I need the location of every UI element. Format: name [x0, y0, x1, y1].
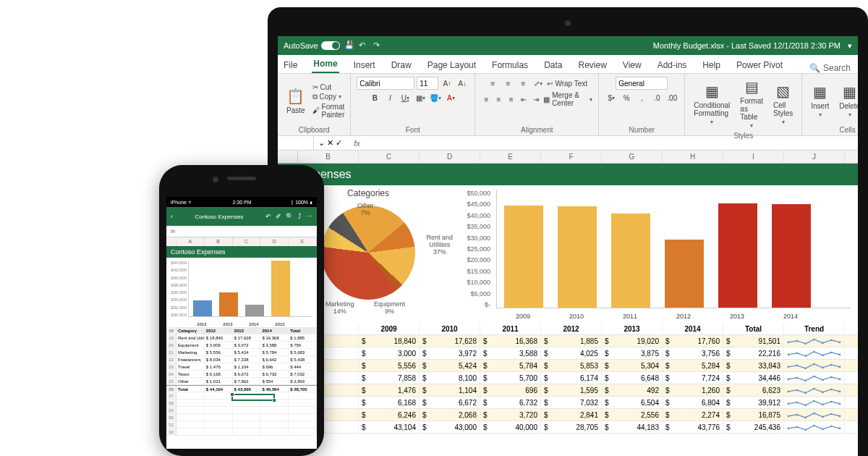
insert-button[interactable]: ▦Insert: [808, 82, 832, 119]
table-row[interactable]: $7,858$8,100$5,700$6,174$6,648$7,724$34,…: [278, 372, 858, 384]
phone-formula-bar[interactable]: fx: [166, 226, 317, 237]
align-center-icon[interactable]: ≡: [493, 93, 503, 106]
align-left-icon[interactable]: ≡: [481, 93, 491, 106]
svg-point-46: [822, 416, 824, 418]
format-painter-button[interactable]: 🖌Format Painter: [312, 103, 345, 119]
cut-button[interactable]: ✂Cut: [312, 83, 345, 91]
tab-page-layout[interactable]: Page Layout: [426, 57, 477, 73]
table-row[interactable]: $1,476$1,104$696$1,595$492$1,260$6,623: [278, 384, 858, 397]
svg-point-53: [822, 428, 824, 431]
fx-control[interactable]: ⌄ ✕ ✓: [314, 138, 346, 148]
table-row[interactable]: 24Taxes$ 6,168$ 6,672$ 6,732$ 7,032: [166, 371, 317, 378]
table-row[interactable]: $3,000$3,972$3,588$4,025$3,875$3,756$22,…: [278, 347, 858, 360]
dec-decimal-button[interactable]: .00: [665, 91, 678, 104]
table-row[interactable]: 26Total$ 44,104$ 43,000$ 40,364$ 28,705: [166, 385, 317, 392]
tab-help[interactable]: Help: [701, 57, 722, 73]
align-bottom-icon[interactable]: ≡: [516, 77, 529, 90]
table-row[interactable]: Utilities$18,840$17,628$16,368$1,885$19,…: [278, 335, 858, 347]
decrease-font-icon[interactable]: A↓: [456, 77, 469, 90]
tab-review[interactable]: Review: [576, 57, 608, 73]
table-row[interactable]: 20Equipment$ 3,009$ 3,972$ 3,588$ 750: [166, 342, 317, 349]
phone-data-table[interactable]: 18Category201220132014Total19Rent and Ut…: [166, 327, 317, 436]
phone-bar-chart[interactable]: $44,000$42,000$40,000$38,000$36,000$34,0…: [166, 258, 317, 327]
table-row[interactable]: $6,246$2,068$3,720$2,841$2,556$2,274$16,…: [278, 409, 858, 421]
currency-button[interactable]: $: [605, 91, 618, 104]
paste-button[interactable]: 📋Paste: [284, 86, 308, 116]
fill-color-button[interactable]: 🪣: [429, 91, 442, 104]
copy-button[interactable]: ⧉Copy: [312, 93, 345, 101]
undo-icon[interactable]: ↶: [359, 41, 369, 51]
save-icon[interactable]: 💾: [344, 41, 354, 51]
back-icon[interactable]: ‹: [171, 213, 173, 220]
col-header-G[interactable]: G: [602, 151, 663, 163]
col-header-I[interactable]: I: [723, 151, 784, 163]
tab-file[interactable]: File: [282, 57, 299, 73]
data-table[interactable]: 200920102011201220132014TotalTrendUtilit…: [278, 323, 858, 434]
undo-icon[interactable]: ↶: [265, 213, 271, 220]
percent-button[interactable]: %: [620, 91, 633, 104]
table-row[interactable]: 25Other$ 1,021$ 7,862$ 554$ 2,893: [166, 378, 317, 385]
tab-insert[interactable]: Insert: [352, 57, 377, 73]
delete-button[interactable]: ▦Delete: [836, 82, 858, 119]
indent-left-icon[interactable]: ⇤: [519, 93, 529, 106]
search-button[interactable]: 🔍 Search: [809, 63, 858, 73]
col-header-D[interactable]: D: [420, 151, 480, 163]
pen-icon[interactable]: ✐: [276, 213, 281, 220]
tab-draw[interactable]: Draw: [390, 57, 413, 73]
comma-button[interactable]: ,: [635, 91, 648, 104]
table-row[interactable]: 23Travel$ 1,476$ 1,104$ 696$ 444: [166, 363, 317, 371]
phone-app-bar: ‹ Contoso Expenses ↶ ✐ 🔍 ⤴ ⋯: [166, 207, 317, 226]
italic-button[interactable]: I: [383, 91, 396, 104]
redo-icon[interactable]: ↷: [373, 41, 383, 51]
inc-decimal-button[interactable]: .0: [650, 91, 663, 104]
cell-styles-button[interactable]: ▧Cell Styles: [770, 81, 796, 127]
underline-button[interactable]: U: [399, 91, 412, 104]
select-all-corner[interactable]: [278, 151, 298, 163]
autosave-toggle[interactable]: AutoSave: [284, 41, 340, 50]
cond-format-button[interactable]: ▦Conditional Formatting: [691, 81, 733, 127]
format-table-button[interactable]: ▤Format as Table: [737, 77, 766, 130]
align-top-icon[interactable]: ≡: [486, 77, 499, 90]
tab-add-ins[interactable]: Add-ins: [656, 57, 689, 73]
table-row[interactable]: $6,168$6,672$6,732$7,032$6,504$6,804$39,…: [278, 397, 858, 409]
bar-chart[interactable]: $50,000$45,000$40,000$35,000$30,000$25,0…: [459, 185, 858, 323]
bold-button[interactable]: B: [368, 91, 381, 104]
table-row[interactable]: $5,556$5,424$5,784$5,853$5,304$5,284$33,…: [278, 360, 858, 372]
col-header-J[interactable]: J: [784, 151, 845, 163]
col-header-C[interactable]: C: [359, 151, 420, 163]
merge-center-button[interactable]: ▦Merge & Center: [543, 91, 592, 107]
table-row[interactable]: 22Freelancers$ 8,034$ 7,338$ 6,642$ 5,43…: [166, 356, 317, 363]
chevron-down-icon[interactable]: ▾: [848, 41, 852, 51]
table-row[interactable]: 21Marketing$ 5,556$ 5,424$ 5,784$ 5,683: [166, 349, 317, 356]
table-row[interactable]: $43,104$43,000$40,000$28,705$44,183$43,7…: [278, 421, 858, 434]
font-color-button[interactable]: A: [444, 91, 457, 104]
cell-selection[interactable]: [231, 394, 275, 401]
tab-formulas[interactable]: Formulas: [490, 57, 529, 73]
tab-power-pivot[interactable]: Power Pivot: [735, 57, 784, 73]
carrier-label: iPhone ᯤ: [171, 200, 193, 205]
number-format-select[interactable]: [616, 77, 668, 90]
share-icon[interactable]: ⤴: [298, 213, 302, 220]
col-header-F[interactable]: F: [541, 151, 602, 163]
font-name-select[interactable]: [357, 77, 414, 90]
align-right-icon[interactable]: ≡: [506, 93, 516, 106]
orientation-icon[interactable]: ⤢: [532, 77, 545, 90]
col-header-B[interactable]: B: [298, 151, 359, 163]
increase-font-icon[interactable]: A↑: [441, 77, 454, 90]
search-icon[interactable]: 🔍: [286, 213, 294, 220]
tab-data[interactable]: Data: [542, 57, 563, 73]
col-header-H[interactable]: H: [663, 151, 723, 163]
phone-y-axis: $44,000$42,000$40,000$38,000$36,000$34,0…: [168, 261, 187, 317]
tab-view[interactable]: View: [621, 57, 643, 73]
border-button[interactable]: ▦: [414, 91, 427, 104]
table-row[interactable]: 19Rent and Utilities$ 18,840$ 17,628$ 16…: [166, 334, 317, 342]
col-header-E[interactable]: E: [480, 151, 541, 163]
wrap-text-button[interactable]: ↩Wrap Text: [547, 80, 587, 88]
align-middle-icon[interactable]: ≡: [501, 77, 514, 90]
more-icon[interactable]: ⋯: [306, 213, 312, 220]
tab-home[interactable]: Home: [312, 56, 339, 73]
toggle-switch-icon[interactable]: [321, 41, 340, 50]
indent-right-icon[interactable]: ⇥: [531, 93, 541, 106]
name-box[interactable]: [278, 136, 314, 150]
font-size-select[interactable]: [417, 77, 438, 90]
